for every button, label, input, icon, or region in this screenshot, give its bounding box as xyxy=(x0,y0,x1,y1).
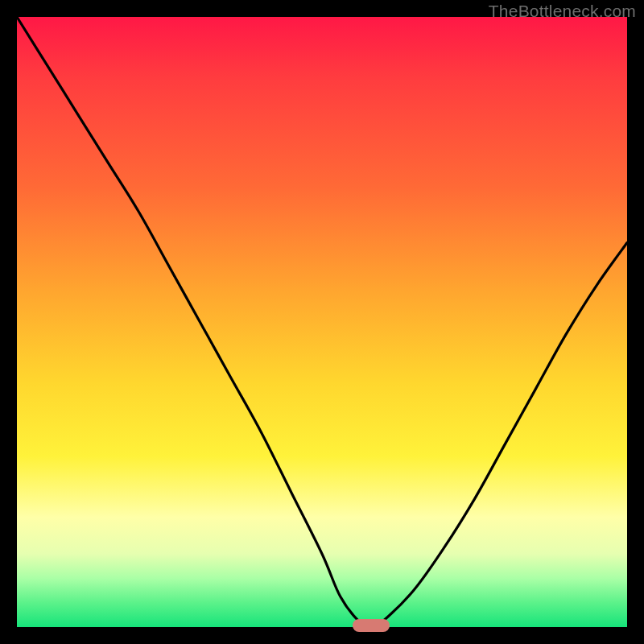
curve-layer xyxy=(17,17,627,627)
optimum-marker xyxy=(353,619,390,632)
chart-frame: TheBottleneck.com xyxy=(0,0,644,644)
plot-area xyxy=(17,17,627,627)
bottleneck-curve xyxy=(17,17,627,627)
